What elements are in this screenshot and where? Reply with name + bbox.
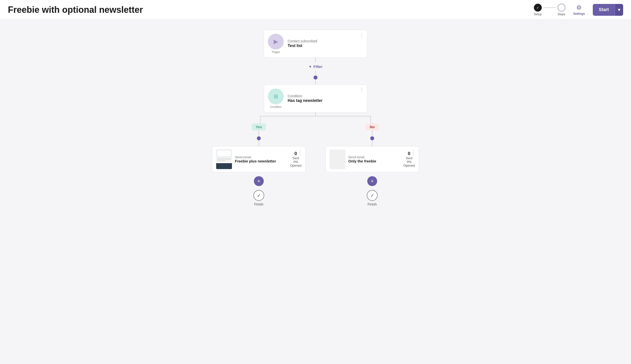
yes-no-row: Yes [212, 123, 419, 206]
no-conn-1 [372, 130, 372, 136]
email-no-title: Only the freebie [348, 159, 398, 163]
steps-circle [558, 4, 565, 12]
yes-finish-circle: ✓ [253, 190, 264, 201]
no-dot [370, 136, 374, 140]
condition-label: Condition [270, 105, 282, 108]
app-header: Freebie with optional newsletter ✓ Setup… [0, 0, 631, 20]
yes-conn-2 [259, 140, 259, 146]
no-sent-count: 0 [408, 151, 410, 156]
trigger-icon-circle: ▶ [268, 34, 284, 50]
trigger-subtitle: Contact subscribed [288, 39, 363, 43]
thumb-line-2 [217, 159, 231, 160]
trigger-title: Test list [288, 44, 363, 48]
yes-add-button[interactable]: + [254, 176, 264, 186]
condition-icon: ⊞ [274, 93, 278, 100]
trigger-menu[interactable]: ⋮ [359, 33, 364, 38]
setup-circle: ✓ [534, 4, 542, 12]
filter-text: Filter [314, 64, 323, 69]
start-label: Start [593, 7, 615, 12]
email-yes-title: Freebie plus newsletter [235, 159, 285, 163]
nav-step-steps[interactable]: Steps [558, 4, 565, 16]
setup-label: Setup [534, 12, 542, 16]
branch-v-left [260, 116, 261, 123]
trigger-content: Contact subscribed Test list [288, 39, 363, 48]
condition-title: Has tag newsletter [288, 98, 363, 103]
email-yes-card[interactable]: Send email Freebie plus newsletter 0 Sen… [212, 146, 306, 172]
workflow-canvas: ▶ Trigger Contact subscribed Test list ⋮… [0, 20, 631, 216]
nav-step-setup[interactable]: ✓ Setup [534, 4, 542, 16]
connector-dot-1 [314, 76, 317, 80]
condition-icon-circle: ⊞ [268, 88, 284, 104]
no-finish-label: Finish [367, 202, 377, 206]
branch-top-line [315, 112, 316, 116]
trigger-node[interactable]: ▶ Trigger Contact subscribed Test list ⋮ [264, 30, 367, 58]
email-thumbnail-no [330, 150, 345, 169]
yes-branch: Yes [212, 123, 306, 206]
conn-line-1 [315, 58, 316, 62]
yes-sent-label: Sent [292, 156, 299, 160]
no-opened-pct: 0% [407, 160, 411, 164]
branch-h-line [260, 116, 371, 116]
condition-content: Condition Has tag newsletter [288, 94, 363, 103]
thumb-top-inner [217, 150, 231, 156]
settings-label: Settings [573, 12, 585, 16]
no-conn-2 [372, 140, 372, 146]
yes-opened-pct: 0% [293, 160, 298, 164]
nav-steps: ✓ Setup Steps [534, 4, 565, 16]
yes-finish-label: Finish [254, 202, 263, 206]
condition-subtitle: Condition [288, 94, 363, 98]
play-icon: ▶ [274, 38, 278, 45]
trigger-label: Trigger [272, 50, 280, 54]
start-arrow: ▾ [615, 4, 623, 16]
yes-dot [257, 136, 261, 140]
email-yes-subtitle: Send email [235, 155, 285, 159]
condition-icon-wrapper: ⊞ Condition [268, 88, 284, 108]
no-branch: No Send email Only the freebie 0 Sent 0% [325, 123, 419, 206]
chevron-down-icon: ▾ [618, 7, 620, 12]
no-badge[interactable]: No [366, 123, 379, 130]
email-no-card[interactable]: Send email Only the freebie 0 Sent 0% Op… [325, 146, 419, 172]
thumb-mid [216, 157, 232, 163]
conn-line-2 [315, 71, 316, 76]
filter-icon: ▼ [309, 65, 312, 69]
yes-conn-1 [259, 130, 259, 136]
workflow-flow: ▶ Trigger Contact subscribed Test list ⋮… [212, 30, 419, 206]
email-yes-info: Send email Freebie plus newsletter [235, 155, 285, 163]
nav-connector [544, 8, 556, 8]
email-no-menu[interactable]: ⋮ [411, 150, 416, 154]
thumb-line-1 [217, 158, 231, 159]
condition-menu[interactable]: ⋮ [359, 88, 364, 92]
thumb-top [216, 150, 232, 157]
settings-button[interactable]: ⚙ Settings [573, 4, 585, 16]
email-thumbnail-yes [216, 150, 232, 169]
start-button[interactable]: Start ▾ [593, 4, 623, 16]
no-sent-label: Sent [406, 156, 412, 160]
thumb-line-3 [217, 160, 226, 161]
conn-line-3 [315, 80, 316, 84]
condition-node[interactable]: ⊞ Condition Condition Has tag newsletter… [264, 84, 367, 112]
branch-lines [256, 112, 375, 123]
email-no-info: Send email Only the freebie [348, 155, 398, 163]
yes-badge[interactable]: Yes [252, 123, 266, 130]
header-right: ✓ Setup Steps ⚙ Settings Start ▾ [534, 4, 623, 16]
yes-opened-label: Opened [290, 164, 301, 167]
steps-label: Steps [558, 12, 565, 16]
no-opened-label: Opened [403, 164, 415, 167]
no-add-button[interactable]: + [367, 176, 377, 186]
trigger-icon-wrapper: ▶ Trigger [268, 34, 284, 54]
yes-sent-count: 0 [295, 151, 297, 156]
branch-v-right [370, 116, 371, 123]
email-no-subtitle: Send email [348, 155, 398, 159]
settings-icon: ⚙ [576, 4, 582, 11]
no-finish-circle: ✓ [367, 190, 378, 201]
page-title: Freebie with optional newsletter [8, 5, 143, 15]
thumb-bottom [216, 163, 232, 169]
filter-label[interactable]: ▼ Filter [309, 64, 323, 69]
email-yes-menu[interactable]: ⋮ [298, 150, 302, 154]
